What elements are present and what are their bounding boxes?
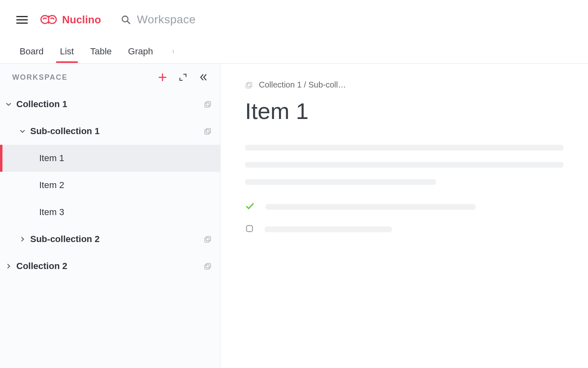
tree-label: Item 2 <box>39 180 64 191</box>
svg-rect-8 <box>205 103 209 108</box>
tree-label: Sub-collection 2 <box>30 234 100 245</box>
tree-subcollection[interactable]: Sub-collection 1 <box>0 118 220 145</box>
app-header: Nuclino Workspace <box>0 0 588 39</box>
chevron-right-icon <box>19 236 26 243</box>
collection-icon <box>245 81 253 89</box>
search-input[interactable]: Workspace <box>120 13 196 26</box>
tab-table[interactable]: Table <box>90 40 112 63</box>
tabs-more-button[interactable] <box>169 43 179 60</box>
chevron-right-icon <box>5 263 12 270</box>
svg-line-1 <box>127 21 130 24</box>
tree-item[interactable]: Item 1 <box>0 145 220 172</box>
search-icon <box>120 14 131 25</box>
brain-icon <box>39 13 58 26</box>
check-icon <box>245 201 255 213</box>
tab-board[interactable]: Board <box>20 40 44 63</box>
content-placeholder-line <box>265 227 392 232</box>
sidebar: WORKSPACE Collection <box>0 64 220 368</box>
checklist <box>245 201 564 235</box>
tree-label: Collection 2 <box>16 261 67 272</box>
tree-label: Collection 1 <box>16 99 67 110</box>
svg-point-4 <box>173 52 173 52</box>
svg-rect-12 <box>205 238 209 242</box>
document-title[interactable]: Item 1 <box>245 98 564 124</box>
sidebar-title: WORKSPACE <box>12 73 68 82</box>
expand-icon[interactable] <box>178 73 187 82</box>
checkbox-empty-icon <box>245 224 254 235</box>
content-placeholder-line <box>245 145 564 150</box>
svg-rect-9 <box>206 128 211 133</box>
collection-icon <box>204 127 212 135</box>
chevron-down-icon <box>5 101 12 108</box>
collection-icon <box>204 235 212 243</box>
tree-label: Sub-collection 1 <box>30 126 100 137</box>
svg-rect-13 <box>206 263 211 268</box>
tree-label: Item 3 <box>39 207 64 218</box>
tab-graph[interactable]: Graph <box>128 40 153 63</box>
tree-label: Item 1 <box>39 153 64 164</box>
search-placeholder: Workspace <box>137 13 196 26</box>
sidebar-header: WORKSPACE <box>0 64 220 91</box>
content-placeholder-line <box>265 204 476 210</box>
svg-rect-7 <box>206 101 211 106</box>
brand-logo[interactable]: Nuclino <box>39 13 101 26</box>
collapse-sidebar-button[interactable] <box>199 73 208 82</box>
svg-rect-11 <box>206 236 211 241</box>
view-tabs: Board List Table Graph <box>0 39 588 64</box>
breadcrumb[interactable]: Collection 1 / Sub-coll… <box>245 80 351 90</box>
svg-point-3 <box>173 51 173 52</box>
tree-item[interactable]: Item 2 <box>0 172 220 199</box>
content-placeholder-line <box>245 162 564 168</box>
brand-name: Nuclino <box>62 13 101 26</box>
svg-point-2 <box>173 50 173 50</box>
svg-rect-17 <box>247 226 253 232</box>
menu-button[interactable] <box>16 14 28 25</box>
tab-list[interactable]: List <box>60 40 74 63</box>
tree-collection[interactable]: Collection 2 <box>0 253 220 280</box>
svg-rect-16 <box>246 83 251 88</box>
svg-rect-15 <box>247 82 252 87</box>
collection-icon <box>204 100 212 108</box>
checklist-item[interactable] <box>245 201 564 213</box>
svg-rect-14 <box>205 265 209 269</box>
collection-icon <box>204 262 212 270</box>
chevron-down-icon <box>19 128 26 135</box>
sidebar-tree: Collection 1 Sub-collection 1 <box>0 91 220 288</box>
tree-collection[interactable]: Collection 1 <box>0 91 220 118</box>
svg-rect-10 <box>205 130 209 135</box>
checklist-item[interactable] <box>245 224 564 235</box>
document-pane: Collection 1 / Sub-coll… Item 1 <box>220 64 588 368</box>
tree-subcollection[interactable]: Sub-collection 2 <box>0 226 220 253</box>
tree-item[interactable]: Item 3 <box>0 199 220 226</box>
add-item-button[interactable] <box>158 73 167 82</box>
content-placeholder-line <box>245 179 436 185</box>
breadcrumb-text: Collection 1 / Sub-coll… <box>259 80 346 90</box>
